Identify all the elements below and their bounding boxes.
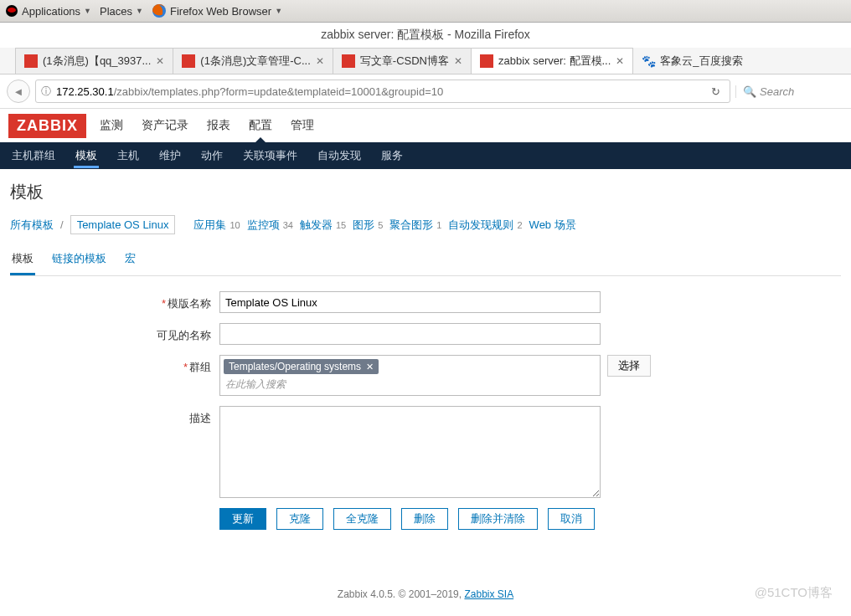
subnav-hosts[interactable]: 主机 (116, 143, 141, 168)
breadcrumb-triggers[interactable]: 触发器 (300, 218, 333, 233)
firefox-menu[interactable]: Firefox Web Browser ▼ (152, 3, 282, 18)
select-button[interactable]: 选择 (607, 355, 651, 377)
tab-label: zabbix server: 配置模... (498, 54, 611, 69)
chevron-down-icon: ▼ (136, 7, 143, 15)
csdn-icon (24, 54, 38, 68)
breadcrumb-separator: / (60, 218, 64, 231)
nav-reports[interactable]: 报表 (205, 110, 232, 141)
nav-monitoring[interactable]: 监测 (98, 110, 125, 141)
search-icon: 🔍 (743, 85, 756, 98)
nav-configuration[interactable]: 配置 (247, 110, 274, 141)
template-name-label: *模版名称 (152, 291, 219, 311)
footer-link[interactable]: Zabbix SIA (464, 588, 513, 600)
breadcrumb-discovery-rules[interactable]: 自动发现规则 (448, 218, 513, 233)
info-icon[interactable]: ⓘ (41, 85, 51, 99)
breadcrumb-current[interactable]: Template OS Linux (70, 215, 176, 234)
zabbix-icon (480, 54, 493, 68)
back-button[interactable]: ◄ (7, 80, 30, 103)
close-icon[interactable]: ✕ (454, 55, 462, 67)
csdn-icon (182, 54, 195, 68)
browser-tab[interactable]: 🐾 客象云_百度搜索 (632, 48, 750, 74)
description-label: 描述 (152, 406, 219, 426)
breadcrumb-items[interactable]: 监控项 (247, 218, 280, 233)
groups-multiselect[interactable]: Templates/Operating systems ✕ 在此输入搜索 (219, 355, 601, 396)
window-title: zabbix server: 配置模板 - Mozilla Firefox (0, 23, 851, 48)
remove-tag-icon[interactable]: ✕ (366, 362, 374, 372)
applications-menu[interactable]: Applications ▼ (5, 4, 91, 18)
zabbix-logo[interactable]: ZABBIX (8, 114, 86, 138)
main-nav: 监测 资产记录 报表 配置 管理 (98, 110, 316, 141)
desktop-top-bar: Applications ▼ Places ▼ Firefox Web Brow… (0, 0, 851, 23)
template-form: *模版名称 可见的名称 *群组 Templates/Operating syst… (152, 291, 841, 530)
groups-label: *群组 (152, 355, 219, 375)
tab-label: 客象云_百度搜索 (660, 54, 742, 69)
tab-label: 写文章-CSDN博客 (360, 54, 449, 69)
fullclone-button[interactable]: 全克隆 (333, 508, 391, 530)
delete-button[interactable]: 删除 (401, 508, 448, 530)
search-placeholder: Search (760, 85, 794, 98)
breadcrumb-screens[interactable]: 聚合图形 (389, 218, 433, 233)
template-name-input[interactable] (219, 291, 601, 313)
breadcrumb-all-templates[interactable]: 所有模板 (10, 218, 54, 233)
browser-tab[interactable]: (1条消息)【qq_3937... ✕ (15, 48, 173, 74)
subnav-discovery[interactable]: 自动发现 (316, 143, 363, 168)
browser-tab[interactable]: zabbix server: 配置模... ✕ (471, 48, 633, 74)
reload-icon[interactable]: ↻ (706, 82, 725, 100)
baidu-icon: 🐾 (642, 54, 655, 68)
subnav-maintenance[interactable]: 维护 (157, 143, 183, 168)
places-label: Places (100, 5, 132, 18)
tab-label: (1条消息)【qq_3937... (43, 54, 151, 69)
csdn-icon (342, 54, 355, 68)
url-text: 172.25.30.1/zabbix/templates.php?form=up… (56, 85, 706, 98)
cancel-button[interactable]: 取消 (548, 508, 595, 530)
tab-macros[interactable]: 宏 (123, 246, 137, 275)
breadcrumb: 所有模板 / Template OS Linux 应用集10 监控项34 触发器… (10, 215, 841, 234)
redhat-icon (5, 4, 18, 18)
group-tag: Templates/Operating systems ✕ (224, 359, 379, 374)
description-textarea[interactable] (219, 406, 601, 498)
close-icon[interactable]: ✕ (316, 55, 324, 67)
breadcrumb-graphs[interactable]: 图形 (353, 218, 374, 233)
clone-button[interactable]: 克隆 (276, 508, 323, 530)
search-input[interactable]: 🔍 Search (735, 85, 844, 98)
watermark: @51CTO博客 (755, 585, 833, 601)
firefox-icon (152, 3, 167, 18)
visible-name-label: 可见的名称 (152, 323, 219, 343)
nav-administration[interactable]: 管理 (289, 110, 316, 141)
subnav-actions[interactable]: 动作 (199, 143, 224, 168)
subnav-services[interactable]: 服务 (379, 143, 405, 168)
svg-point-1 (8, 8, 16, 13)
url-input[interactable]: ⓘ 172.25.30.1/zabbix/templates.php?form=… (35, 80, 730, 103)
places-menu[interactable]: Places ▼ (100, 5, 143, 18)
breadcrumb-web[interactable]: Web 场景 (529, 218, 576, 233)
browser-tabs-bar: (1条消息)【qq_3937... ✕ (1条消息)文章管理-C... ✕ 写文… (0, 48, 851, 74)
page-content: 模板 所有模板 / Template OS Linux 应用集10 监控项34 … (0, 169, 851, 616)
delete-clear-button[interactable]: 删除并清除 (458, 508, 538, 530)
url-bar: ◄ ⓘ 172.25.30.1/zabbix/templates.php?for… (0, 74, 851, 109)
subnav-hostgroups[interactable]: 主机群组 (10, 143, 57, 168)
chevron-down-icon: ▼ (275, 7, 282, 15)
tab-linked[interactable]: 链接的模板 (50, 246, 108, 275)
firefox-label: Firefox Web Browser (170, 5, 271, 18)
zabbix-header: ZABBIX 监测 资产记录 报表 配置 管理 (0, 109, 851, 142)
browser-tab[interactable]: (1条消息)文章管理-C... ✕ (173, 48, 333, 74)
form-buttons: 更新 克隆 全克隆 删除 删除并清除 取消 (219, 508, 841, 530)
breadcrumb-applications[interactable]: 应用集 (193, 218, 226, 233)
tab-label: (1条消息)文章管理-C... (200, 54, 310, 69)
nav-inventory[interactable]: 资产记录 (140, 110, 190, 141)
groups-placeholder: 在此输入搜索 (224, 376, 596, 392)
sub-nav: 主机群组 模板 主机 维护 动作 关联项事件 自动发现 服务 (0, 142, 851, 169)
update-button[interactable]: 更新 (219, 508, 266, 530)
close-icon[interactable]: ✕ (156, 55, 164, 67)
applications-label: Applications (22, 5, 80, 18)
visible-name-input[interactable] (219, 323, 601, 345)
subnav-templates[interactable]: 模板 (74, 143, 99, 168)
page-title: 模板 (10, 181, 841, 203)
footer-text: Zabbix 4.0.5. © 2001–2019, (338, 588, 465, 600)
close-icon[interactable]: ✕ (616, 55, 624, 67)
subnav-correlation[interactable]: 关联项事件 (241, 143, 299, 168)
chevron-down-icon: ▼ (84, 7, 91, 15)
tab-template[interactable]: 模板 (10, 246, 35, 275)
footer: Zabbix 4.0.5. © 2001–2019, Zabbix SIA @5… (10, 580, 841, 616)
browser-tab[interactable]: 写文章-CSDN博客 ✕ (333, 48, 472, 74)
